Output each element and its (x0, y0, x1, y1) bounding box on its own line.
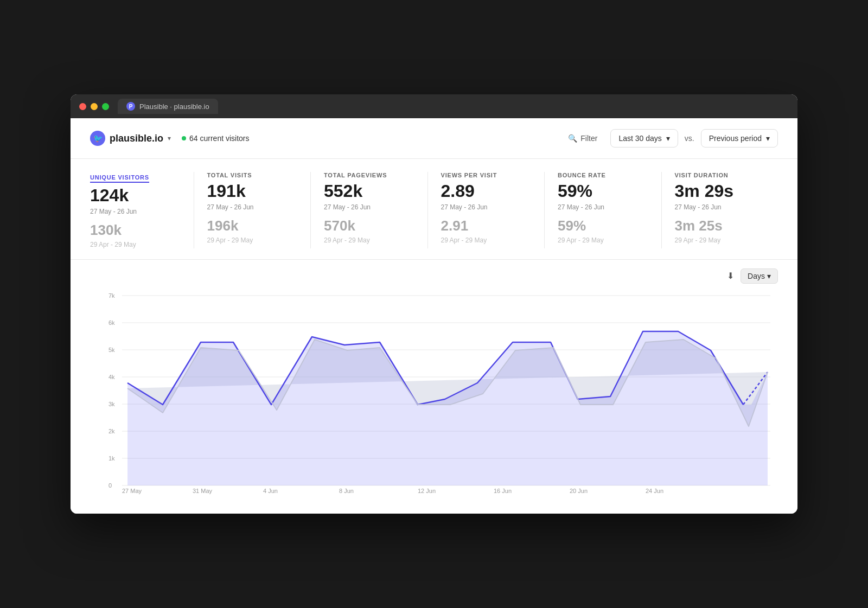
stat-prev-value-views-per-visit: 2.91 (441, 217, 532, 234)
stat-value-total-pageviews: 552k (324, 182, 414, 201)
date-range-dropdown[interactable]: Last 30 days ▾ (610, 129, 678, 148)
svg-text:20 Jun: 20 Jun (570, 488, 588, 494)
stat-date-views-per-visit: 27 May - 26 Jun (441, 203, 532, 211)
stat-card-total-pageviews[interactable]: TOTAL PAGEVIEWS 552k 27 May - 26 Jun 570… (324, 172, 428, 248)
main-content: 🐦 plausible.io ▾ 64 current visitors 🔍 F… (71, 118, 797, 513)
stat-prev-value-total-pageviews: 570k (324, 217, 414, 234)
svg-text:4 Jun: 4 Jun (263, 488, 278, 494)
stat-card-unique-visitors[interactable]: UNIQUE VISITORS 124k 27 May - 26 Jun 130… (90, 172, 194, 248)
stat-date-visit-duration: 27 May - 26 Jun (675, 203, 765, 211)
os-window: P Plausible · plausible.io 🐦 plausible.i… (71, 94, 797, 513)
chart-toolbar: ⬇ Days ▾ (90, 268, 778, 284)
svg-text:1k: 1k (108, 455, 115, 462)
svg-text:7k: 7k (108, 292, 115, 299)
current-visitors-count: 64 current visitors (189, 134, 249, 143)
stat-value-total-visits: 191k (207, 182, 298, 201)
stat-prev-date-bounce-rate: 29 Apr - 29 May (558, 236, 648, 244)
svg-text:3k: 3k (108, 401, 115, 407)
traffic-lights (79, 103, 109, 110)
svg-text:16 Jun: 16 Jun (494, 488, 512, 494)
stat-card-views-per-visit[interactable]: VIEWS PER VISIT 2.89 27 May - 26 Jun 2.9… (441, 172, 545, 248)
main-chart: 7k 6k 5k 4k 3k 2k 1k 0 (90, 288, 778, 494)
stat-label-bounce-rate: BOUNCE RATE (558, 172, 648, 178)
live-indicator (182, 136, 186, 140)
stat-card-total-visits[interactable]: TOTAL VISITS 191k 27 May - 26 Jun 196k 2… (207, 172, 311, 248)
granularity-label: Days (748, 272, 765, 280)
stat-label-visit-duration: VISIT DURATION (675, 172, 765, 178)
stat-card-visit-duration[interactable]: VISIT DURATION 3m 29s 27 May - 26 Jun 3m… (675, 172, 778, 248)
stat-prev-value-unique-visitors: 130k (90, 222, 181, 239)
date-range-label: Last 30 days (618, 134, 661, 143)
chart-container: 7k 6k 5k 4k 3k 2k 1k 0 (90, 288, 778, 494)
search-icon: 🔍 (568, 134, 577, 143)
stat-label-total-pageviews: TOTAL PAGEVIEWS (324, 172, 414, 178)
stat-prev-date-total-visits: 29 Apr - 29 May (207, 236, 298, 244)
stat-date-bounce-rate: 27 May - 26 Jun (558, 203, 648, 211)
svg-marker-17 (127, 331, 768, 485)
stat-date-unique-visitors: 27 May - 26 Jun (90, 208, 181, 215)
logo-text: plausible.io (110, 133, 163, 144)
svg-text:12 Jun: 12 Jun (418, 488, 436, 494)
stat-prev-value-total-visits: 196k (207, 217, 298, 234)
stat-value-visit-duration: 3m 29s (675, 182, 765, 201)
stat-label-views-per-visit: VIEWS PER VISIT (441, 172, 532, 178)
titlebar: P Plausible · plausible.io (71, 94, 797, 118)
svg-text:27 May: 27 May (122, 488, 142, 494)
filter-label: Filter (580, 134, 597, 143)
download-icon[interactable]: ⬇ (727, 271, 734, 281)
stat-prev-date-views-per-visit: 29 Apr - 29 May (441, 236, 532, 244)
svg-text:0: 0 (108, 482, 112, 489)
chart-area: ⬇ Days ▾ 7k 6k 5k 4k 3k (71, 260, 797, 514)
stat-prev-date-visit-duration: 29 Apr - 29 May (675, 236, 765, 244)
svg-text:2k: 2k (108, 428, 115, 434)
svg-text:4k: 4k (108, 374, 115, 380)
minimize-button[interactable] (91, 103, 98, 110)
current-visitors-badge: 64 current visitors (182, 134, 249, 143)
stat-prev-value-visit-duration: 3m 25s (675, 217, 765, 234)
filter-button[interactable]: 🔍 Filter (561, 131, 604, 146)
close-button[interactable] (79, 103, 86, 110)
browser-tab[interactable]: P Plausible · plausible.io (118, 99, 218, 114)
stats-row: UNIQUE VISITORS 124k 27 May - 26 Jun 130… (71, 159, 797, 259)
svg-text:5k: 5k (108, 347, 115, 353)
stat-prev-value-bounce-rate: 59% (558, 217, 648, 234)
compare-label: Previous period (709, 134, 762, 143)
header-right: 🔍 Filter Last 30 days ▾ vs. Previous per… (561, 129, 778, 148)
logo-area[interactable]: 🐦 plausible.io ▾ (90, 131, 171, 146)
stat-value-unique-visitors: 124k (90, 186, 181, 205)
svg-text:6k: 6k (108, 319, 115, 326)
stat-prev-date-total-pageviews: 29 Apr - 29 May (324, 236, 414, 244)
plausible-logo-icon: 🐦 (90, 131, 105, 146)
maximize-button[interactable] (102, 103, 109, 110)
stat-value-views-per-visit: 2.89 (441, 182, 532, 201)
stat-label-total-visits: TOTAL VISITS (207, 172, 298, 178)
stat-value-bounce-rate: 59% (558, 182, 648, 201)
stat-date-total-visits: 27 May - 26 Jun (207, 203, 298, 211)
header: 🐦 plausible.io ▾ 64 current visitors 🔍 F… (71, 118, 797, 159)
granularity-dropdown[interactable]: Days ▾ (741, 268, 778, 284)
tab-title: Plausible · plausible.io (139, 103, 209, 111)
granularity-chevron-icon: ▾ (767, 272, 771, 280)
compare-chevron-icon: ▾ (766, 134, 770, 143)
svg-text:24 Jun: 24 Jun (646, 488, 663, 494)
stat-prev-date-unique-visitors: 29 Apr - 29 May (90, 241, 181, 248)
svg-text:8 Jun: 8 Jun (339, 488, 354, 494)
svg-text:31 May: 31 May (193, 488, 213, 494)
compare-dropdown[interactable]: Previous period ▾ (701, 129, 778, 148)
date-range-chevron-icon: ▾ (666, 134, 670, 143)
logo-chevron-icon: ▾ (168, 135, 171, 142)
tab-favicon: P (126, 102, 135, 111)
stat-card-bounce-rate[interactable]: BOUNCE RATE 59% 27 May - 26 Jun 59% 29 A… (558, 172, 662, 248)
stat-date-total-pageviews: 27 May - 26 Jun (324, 203, 414, 211)
vs-text: vs. (685, 134, 694, 143)
stat-label-unique-visitors: UNIQUE VISITORS (90, 174, 149, 183)
